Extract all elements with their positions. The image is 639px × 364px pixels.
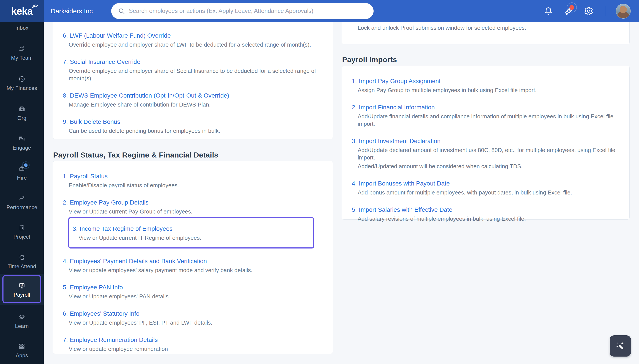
item-description: View or update employee remuneration (69, 345, 324, 352)
sidebar-item-time-attend[interactable]: Time Attend (0, 254, 44, 270)
sidebar-item-hire[interactable]: Hire (0, 165, 44, 181)
item-description: Can be used to delete pending bonus for … (69, 127, 324, 134)
item-link[interactable]: 3. Import Investment Declaration (352, 138, 620, 145)
list-item: 5. Employee PAN Info View or Update empl… (63, 284, 324, 300)
logo-spark-icon (31, 2, 38, 9)
sidebar-item-my-finances[interactable]: $ My Finances (0, 76, 44, 91)
item-description: Override employee and employer share of … (69, 41, 324, 48)
item-link[interactable]: 2. Import Financial Information (352, 104, 620, 111)
whats-new-rocket-icon[interactable] (564, 6, 573, 16)
item-link[interactable]: 7. Social Insurance Override (63, 58, 324, 66)
sidebar-item-payroll[interactable]: $ Payroll (0, 282, 44, 298)
item-description: Add/Update financial details and complia… (358, 113, 620, 128)
item-description: Add salary revisions of multiple employe… (358, 215, 620, 222)
sidebar-item-learn[interactable]: Learn (0, 314, 44, 329)
item-link[interactable]: 9. Bulk Delete Bonus (63, 118, 324, 126)
payroll-admin-card-overrides: 6. LWF (Labour Welfare Fund) Override Ov… (53, 22, 333, 139)
proof-submission-card-partial: Lock and unlock Proof submission window … (342, 22, 630, 44)
item-link[interactable]: 8. DEWS Employee Contribution (Opt-In/Op… (63, 92, 324, 99)
list-item: 8. DEWS Employee Contribution (Opt-In/Op… (63, 92, 324, 108)
item-description: View or Update employees' PF, ESI, PT an… (69, 319, 324, 326)
sidebar-item-inbox[interactable]: Inbox (0, 22, 44, 31)
magic-wand-fab[interactable] (610, 335, 631, 356)
section-title-payroll-imports: Payroll Imports (342, 55, 397, 64)
item-description: Add/Update declared amount of investment… (358, 146, 620, 161)
item-link[interactable]: 6. Employees' Statutory Info (63, 310, 324, 318)
search-icon (118, 8, 125, 15)
item-link[interactable]: 5. Import Salaries with Effective Date (352, 206, 620, 214)
svg-text:$: $ (22, 284, 22, 286)
list-item-highlighted: 3. Income Tax Regime of Employees View o… (73, 225, 309, 242)
user-avatar[interactable] (616, 4, 631, 18)
hire-icon (18, 165, 26, 172)
search-input[interactable] (129, 8, 367, 14)
item-description: View or update employees' salary payment… (69, 266, 324, 274)
item-description: Override employee and employer share of … (69, 67, 324, 82)
list-item: 6. LWF (Labour Welfare Fund) Override Ov… (63, 32, 324, 48)
project-icon (18, 224, 26, 231)
sidebar-item-project[interactable]: Project (0, 224, 44, 240)
list-item: 2. Import Financial Information Add/Upda… (352, 104, 620, 128)
list-item: 9. Bulk Delete Bonus Can be used to dele… (63, 118, 324, 134)
sidebar-item-engage[interactable]: Engage (0, 135, 44, 151)
list-item: 1. Payroll Status Enable/Disable payroll… (63, 172, 324, 189)
finances-icon: $ (18, 76, 26, 82)
svg-text:$: $ (21, 77, 23, 81)
item-link[interactable]: 1. Payroll Status (63, 172, 324, 180)
list-item: 1. Import Pay Group Assignment Assign Pa… (352, 78, 620, 94)
item-description: Add bonus amount for multiple employees,… (358, 189, 620, 196)
keka-payroll-admin-page: keka Darksiders Inc (0, 0, 639, 364)
payroll-status-card: 1. Payroll Status Enable/Disable payroll… (53, 161, 333, 354)
settings-gear-icon[interactable] (584, 6, 594, 16)
hire-notification-dot (24, 164, 28, 167)
topbar-divider (606, 6, 606, 16)
list-item: 5. Import Salaries with Effective Date A… (352, 206, 620, 222)
sidebar-item-my-team[interactable]: My Team (0, 45, 44, 61)
magic-wand-icon (614, 340, 626, 352)
global-search[interactable] (111, 3, 374, 19)
notifications-bell-icon[interactable] (544, 6, 553, 16)
payroll-icon: $ (18, 282, 26, 289)
inbox-icon (18, 22, 26, 22)
item-description: View or Update current Pay Group of empl… (69, 208, 324, 215)
section-title-payroll-status: Payroll Status, Tax Regime & Financial D… (53, 151, 218, 159)
list-item: 2. Employee Pay Group Details View or Up… (63, 199, 324, 215)
item-link[interactable]: 3. Income Tax Regime of Employees (73, 225, 309, 232)
team-icon (18, 45, 26, 52)
item-description-line2: Added/Updated amount will be considered … (358, 162, 620, 170)
rocket-notification-dot (570, 5, 574, 10)
item-description: View or Update current IT Regime of empl… (78, 234, 309, 242)
time-attend-icon (18, 254, 26, 261)
payroll-imports-card: 1. Import Pay Group Assignment Assign Pa… (342, 66, 630, 220)
list-item: 3. Import Investment Declaration Add/Upd… (352, 138, 620, 170)
company-name: Darksiders Inc (51, 0, 93, 22)
engage-icon (18, 135, 26, 142)
item-link[interactable]: 4. Import Bonuses with Payout Date (352, 180, 620, 187)
performance-icon (18, 195, 26, 202)
item-description: Assign Pay Group to multiple employees i… (358, 86, 620, 94)
sidebar-nav: Inbox My Team $ My Finances (0, 22, 44, 364)
highlighted-item-box: 3. Income Tax Regime of Employees View o… (68, 217, 314, 248)
topbar-actions (544, 0, 639, 22)
item-description: Enable/Disable payroll status of employe… (69, 182, 324, 189)
sidebar-item-apps[interactable]: Apps (0, 343, 44, 358)
item-link[interactable]: 2. Employee Pay Group Details (63, 199, 324, 206)
list-item: 4. Employees' Payment Details and Bank V… (63, 258, 324, 274)
org-icon (18, 106, 26, 112)
item-link[interactable]: 7. Employee Remuneration Details (63, 336, 324, 344)
sidebar-item-performance[interactable]: Performance (0, 195, 44, 210)
keka-logo[interactable]: keka (0, 0, 44, 22)
item-description: Manage Employee share of contribution fo… (69, 101, 324, 108)
item-link[interactable]: 4. Employees' Payment Details and Bank V… (63, 258, 324, 265)
item-description: Lock and unlock Proof submission window … (358, 24, 620, 32)
learn-icon (18, 314, 26, 320)
logo-wordmark: keka (11, 6, 32, 17)
apps-icon (18, 343, 26, 350)
list-item: 4. Import Bonuses with Payout Date Add b… (352, 180, 620, 196)
sidebar-item-org[interactable]: Org (0, 106, 44, 121)
item-link[interactable]: 1. Import Pay Group Assignment (352, 78, 620, 85)
item-link[interactable]: 5. Employee PAN Info (63, 284, 324, 291)
top-bar: keka Darksiders Inc (0, 0, 639, 22)
main-content: 6. LWF (Labour Welfare Fund) Override Ov… (44, 22, 639, 364)
item-link[interactable]: 6. LWF (Labour Welfare Fund) Override (63, 32, 324, 40)
